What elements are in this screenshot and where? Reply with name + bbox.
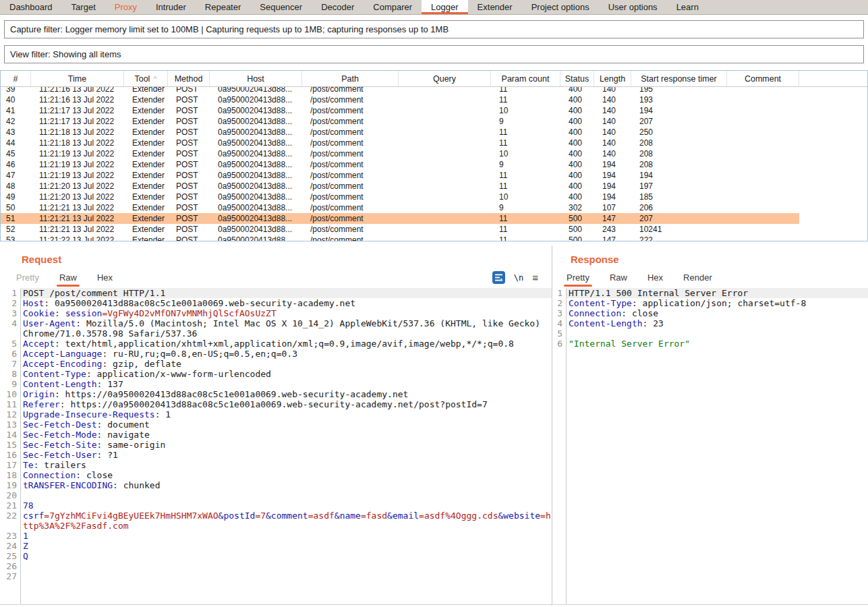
- cell-host: 0a9500020413d88...: [210, 235, 302, 241]
- cell-param-count: 11: [491, 181, 560, 192]
- line-content: POST /post/comment HTTP/1.1: [20, 288, 552, 298]
- capture-filter-text: Capture filter: Logger memory limit set …: [10, 24, 449, 34]
- cell-id: 45: [1, 148, 31, 159]
- tab-logger[interactable]: Logger: [422, 0, 467, 14]
- response-tab-pretty[interactable]: Pretty: [567, 272, 589, 287]
- cell-query: [399, 148, 491, 159]
- tab-proxy[interactable]: Proxy: [105, 0, 146, 14]
- line-content: Z: [20, 541, 552, 551]
- editor-line: 2Host: 0a9500020413d88ac08c5c1e001a0069.…: [0, 298, 552, 308]
- logger-table-header: #TimeTool^MethodHostPathQueryParam count…: [1, 71, 867, 87]
- pretty-print-toggle-icon[interactable]: [492, 271, 505, 284]
- column-header-status[interactable]: Status: [560, 71, 594, 86]
- response-tab-raw[interactable]: Raw: [610, 272, 627, 287]
- cell-host: 0a9500020413d88...: [210, 87, 302, 94]
- editor-line: 1POST /post/comment HTTP/1.1: [0, 288, 552, 298]
- tab-dashboard[interactable]: Dashboard: [0, 0, 62, 14]
- tab-intruder[interactable]: Intruder: [146, 0, 196, 14]
- view-filter-bar[interactable]: View filter: Showing all items: [4, 45, 864, 63]
- tab-decoder[interactable]: Decoder: [312, 0, 364, 14]
- column-header-tool[interactable]: Tool^: [124, 71, 168, 86]
- editor-menu-icon[interactable]: ≡: [532, 272, 538, 283]
- cell-path: /post/comment: [302, 87, 399, 94]
- table-row[interactable]: 4411:21:18 13 Jul 2022ExtenderPOST0a9500…: [1, 138, 867, 148]
- column-header-host[interactable]: Host: [210, 71, 302, 86]
- line-number: 13: [0, 420, 20, 430]
- cell-method: POST: [168, 170, 210, 181]
- column-header-param-count[interactable]: Param count: [491, 71, 560, 86]
- column-header-[interactable]: #: [1, 71, 31, 86]
- tab-sequencer[interactable]: Sequencer: [250, 0, 312, 14]
- line-content: Content-Length: 23: [566, 318, 868, 328]
- table-row[interactable]: 5311:21:22 13 Jul 2022ExtenderPOST0a9500…: [1, 235, 867, 241]
- table-row[interactable]: 4911:21:20 13 Jul 2022ExtenderPOST0a9500…: [1, 192, 867, 202]
- tab-comparer[interactable]: Comparer: [364, 0, 422, 14]
- request-tab-hex[interactable]: Hex: [97, 272, 113, 287]
- cell-path: /post/comment: [302, 202, 399, 213]
- cell-time: 11:21:21 13 Jul 2022: [31, 202, 124, 213]
- table-row[interactable]: 4511:21:19 13 Jul 2022ExtenderPOST0a9500…: [1, 148, 867, 159]
- table-row[interactable]: 3911:21:16 13 Jul 2022ExtenderPOST0a9500…: [1, 87, 867, 94]
- request-editor[interactable]: 1POST /post/comment HTTP/1.12Host: 0a950…: [0, 288, 552, 605]
- column-header-start-response-timer[interactable]: Start response timer: [631, 71, 727, 86]
- cell-time: 11:21:20 13 Jul 2022: [31, 181, 124, 192]
- column-header-path[interactable]: Path: [302, 71, 399, 86]
- cell-time: 11:21:17 13 Jul 2022: [31, 105, 124, 116]
- line-content: Accept-Encoding: gzip, deflate: [20, 359, 552, 369]
- column-header-length[interactable]: Length: [594, 71, 631, 86]
- cell-filler: [799, 138, 867, 148]
- table-row[interactable]: 4111:21:17 13 Jul 2022ExtenderPOST0a9500…: [1, 105, 867, 116]
- line-number: 26: [0, 561, 20, 571]
- line-content: Sec-Fetch-Site: same-origin: [20, 440, 552, 450]
- cell-status: 500: [560, 224, 594, 235]
- cell-length: 140: [594, 148, 631, 159]
- response-tab-hex[interactable]: Hex: [647, 272, 663, 287]
- table-row[interactable]: 4811:21:20 13 Jul 2022ExtenderPOST0a9500…: [1, 181, 867, 192]
- line-content: [566, 328, 868, 339]
- tab-project-options[interactable]: Project options: [522, 0, 599, 14]
- tab-extender[interactable]: Extender: [468, 0, 522, 14]
- cell-start-response-timer: 208: [631, 148, 727, 159]
- line-number: 25: [0, 551, 20, 561]
- table-row[interactable]: 5111:21:21 13 Jul 2022ExtenderPOST0a9500…: [1, 213, 867, 224]
- tab-user-options[interactable]: User options: [599, 0, 667, 14]
- line-content: Content-Length: 137: [20, 379, 552, 389]
- table-row[interactable]: 4611:21:19 13 Jul 2022ExtenderPOST0a9500…: [1, 159, 867, 170]
- request-tab-pretty[interactable]: Pretty: [16, 272, 39, 287]
- line-content: Connection: close: [566, 308, 868, 318]
- column-header-time[interactable]: Time: [31, 71, 124, 86]
- tab-learn[interactable]: Learn: [667, 0, 708, 14]
- table-row[interactable]: 5011:21:21 13 Jul 2022ExtenderPOST0a9500…: [1, 202, 867, 213]
- cell-comment: [727, 192, 799, 202]
- cell-filler: [799, 202, 867, 213]
- table-row[interactable]: 4011:21:16 13 Jul 2022ExtenderPOST0a9500…: [1, 94, 867, 105]
- table-row[interactable]: 4211:21:17 13 Jul 2022ExtenderPOST0a9500…: [1, 116, 867, 127]
- line-number: 19: [0, 480, 20, 490]
- capture-filter-bar[interactable]: Capture filter: Logger memory limit set …: [4, 20, 864, 38]
- cell-tool: Extender: [124, 192, 168, 202]
- table-row[interactable]: 5211:21:21 13 Jul 2022ExtenderPOST0a9500…: [1, 224, 867, 235]
- response-tab-render[interactable]: Render: [683, 272, 712, 287]
- table-row[interactable]: 4311:21:18 13 Jul 2022ExtenderPOST0a9500…: [1, 127, 867, 138]
- cell-host: 0a9500020413d88...: [210, 116, 302, 127]
- editor-line: 9Content-Length: 137: [0, 379, 552, 389]
- cell-status: 400: [560, 116, 594, 127]
- cell-tool: Extender: [124, 87, 168, 94]
- tab-repeater[interactable]: Repeater: [196, 0, 250, 14]
- editor-line: 231: [0, 531, 552, 541]
- cell-id: 50: [1, 202, 31, 213]
- column-header-comment[interactable]: Comment: [727, 71, 799, 86]
- cell-length: 140: [594, 94, 631, 105]
- request-tab-raw[interactable]: Raw: [59, 272, 77, 287]
- column-header-method[interactable]: Method: [168, 71, 210, 86]
- line-content: csrf=7gYzhMCiFvi4gBEyUEEk7HmHSHM7xWAO&po…: [20, 511, 552, 531]
- editor-line: 1HTTP/1.1 500 Internal Server Error: [553, 288, 868, 298]
- cell-time: 11:21:19 13 Jul 2022: [31, 148, 124, 159]
- tab-target[interactable]: Target: [62, 0, 105, 14]
- table-row[interactable]: 4711:21:19 13 Jul 2022ExtenderPOST0a9500…: [1, 170, 867, 181]
- response-editor[interactable]: 1HTTP/1.1 500 Internal Server Error2Cont…: [553, 288, 868, 605]
- column-header-query[interactable]: Query: [399, 71, 491, 86]
- cell-param-count: 10: [491, 148, 560, 159]
- newline-toggle-icon[interactable]: \n: [514, 273, 523, 283]
- line-content: "Internal Server Error": [566, 339, 868, 349]
